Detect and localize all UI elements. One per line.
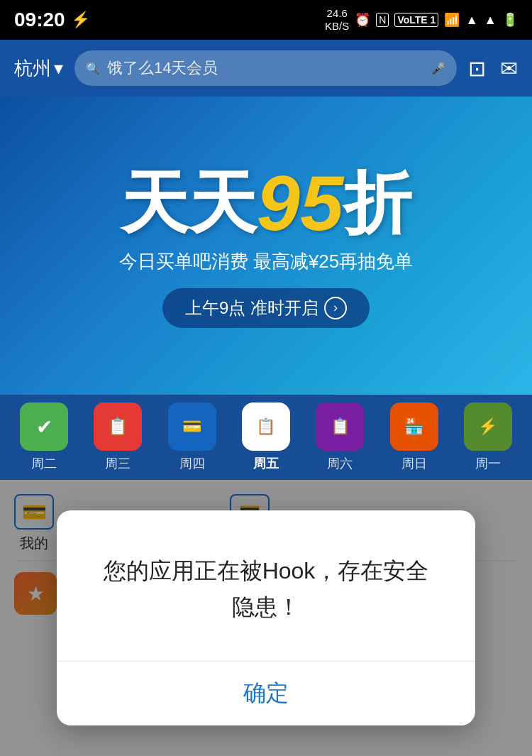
hero-text-suffix: 折 [343,169,411,237]
content-area: 💳 我的 ⏰ 🔒 👤 💳 卡片 ★ 特惠 元起 您的应用正在被Hook，存在安全… [0,480,532,756]
status-time-group: 09:20 ⚡ [14,9,90,31]
day-tab-tue[interactable]: ✔ 周二 [7,402,81,472]
status-time: 09:20 [14,9,65,31]
security-dialog: 您的应用正在被Hook，存在安全隐患！ 确定 [57,510,475,725]
day-tab-label-sun: 周日 [401,455,427,472]
city-name: 杭州 [14,56,51,81]
network-speed: 24.6 KB/S [325,7,349,33]
battery-icon: 🔋 [502,12,518,28]
day-tab-label-wed: 周三 [105,455,131,472]
hero-number: 95 [257,164,343,242]
search-placeholder: 饿了么14天会员 [107,57,424,79]
day-tab-label-tue: 周二 [31,455,57,472]
alarm-icon: ⏰ [355,12,370,28]
search-bar[interactable]: 🔍 饿了么14天会员 🎤 [74,50,457,86]
hero-button-label: 上午9点 准时开启 [185,297,318,319]
scan-icon[interactable]: ⊡ [468,56,486,81]
bolt-icon: ⚡ [71,11,90,29]
signal-icon: ▲ [465,13,478,28]
dialog-overlay: 您的应用正在被Hook，存在安全隐患！ 确定 [0,480,532,756]
dialog-message: 您的应用正在被Hook，存在安全隐患！ [92,553,440,625]
hero-button-arrow: › [324,297,347,319]
hero-text-prefix: 天天 [121,169,257,237]
hero-cta-button[interactable]: 上午9点 准时开启 › [162,288,370,328]
nfc-icon: N [376,13,389,27]
day-tab-icon-mon: ⚡ [464,402,512,451]
day-tab-icon-tue: ✔ [20,402,68,451]
dialog-body: 您的应用正在被Hook，存在安全隐患！ [57,510,475,661]
day-tab-mon[interactable]: ⚡ 周一 [451,402,525,472]
wifi-icon: 📶 [444,12,460,28]
dialog-confirm-button[interactable]: 确定 [57,662,475,725]
hero-banner: 天天 95 折 今日买单吧消费 最高减¥25再抽免单 上午9点 准时开启 › [0,97,532,395]
day-tab-icon-fri: 📋 [242,402,290,451]
day-tab-label-mon: 周一 [475,455,501,472]
day-tab-sun[interactable]: 🏪 周日 [377,402,450,472]
hero-sub-text: 今日买单吧消费 最高减¥25再抽免单 [119,249,414,274]
day-tab-sat[interactable]: 📋 周六 [303,402,377,472]
day-tabs: ✔ 周二 📋 周三 💳 周四 📋 周五 📋 周六 🏪 周日 [0,395,532,480]
day-tab-icon-sun: 🏪 [390,402,438,451]
status-bar: 09:20 ⚡ 24.6 KB/S ⏰ N VoLTE 1 📶 ▲ ▲ 🔋 [0,0,532,40]
day-tab-thu[interactable]: 💳 周四 [155,402,229,472]
dropdown-arrow-icon: ▾ [54,57,63,80]
search-icon: 🔍 [86,62,100,75]
top-nav: 杭州 ▾ 🔍 饿了么14天会员 🎤 ⊡ ✉ [0,40,532,97]
dialog-confirm-label: 确定 [243,678,289,709]
day-tab-icon-wed: 📋 [94,402,142,451]
mail-icon[interactable]: ✉ [500,56,518,81]
day-tab-icon-thu: 💳 [168,402,216,451]
day-tab-wed[interactable]: 📋 周三 [81,402,155,472]
status-right-group: 24.6 KB/S ⏰ N VoLTE 1 📶 ▲ ▲ 🔋 [325,7,518,33]
nav-icons: ⊡ ✉ [468,56,518,81]
day-tab-label-thu: 周四 [179,455,205,472]
day-tab-fri[interactable]: 📋 周五 [229,402,303,472]
day-tab-label-fri: 周五 [253,455,279,472]
signal2-icon: ▲ [484,13,497,28]
hero-main-text: 天天 95 折 [121,164,411,242]
day-tab-label-sat: 周六 [327,455,353,472]
volte-badge: VoLTE 1 [394,13,438,27]
city-selector[interactable]: 杭州 ▾ [14,56,63,81]
day-tab-icon-sat: 📋 [316,402,364,451]
mic-icon[interactable]: 🎤 [431,62,445,75]
